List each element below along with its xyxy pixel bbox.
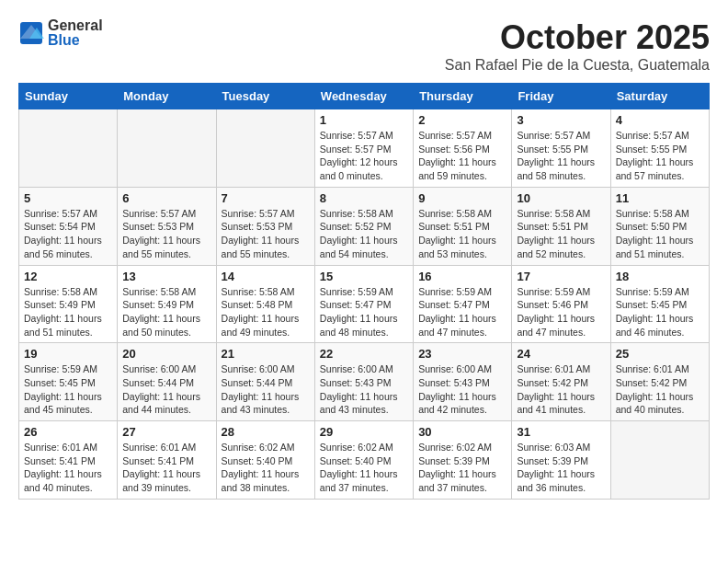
day-number: 5	[24, 191, 112, 205]
weekday-header-monday: Monday	[118, 84, 216, 109]
day-number: 31	[517, 425, 605, 439]
day-number: 12	[24, 270, 112, 283]
day-number: 29	[320, 425, 408, 439]
day-number: 19	[24, 347, 112, 361]
day-info: Sunrise: 6:01 AM Sunset: 5:41 PM Dayligh…	[24, 441, 112, 495]
calendar-cell: 27Sunrise: 6:01 AM Sunset: 5:41 PM Dayli…	[118, 421, 216, 500]
calendar-cell: 14Sunrise: 5:58 AM Sunset: 5:48 PM Dayli…	[216, 265, 314, 343]
day-number: 16	[418, 270, 506, 283]
day-number: 25	[616, 347, 704, 361]
calendar-cell: 4Sunrise: 5:57 AM Sunset: 5:55 PM Daylig…	[610, 109, 709, 188]
calendar-cell: 12Sunrise: 5:58 AM Sunset: 5:49 PM Dayli…	[19, 265, 118, 343]
calendar-cell: 19Sunrise: 5:59 AM Sunset: 5:45 PM Dayli…	[19, 343, 118, 421]
day-number: 22	[320, 347, 408, 361]
day-info: Sunrise: 6:02 AM Sunset: 5:40 PM Dayligh…	[222, 441, 310, 495]
calendar-cell: 5Sunrise: 5:57 AM Sunset: 5:54 PM Daylig…	[19, 187, 118, 265]
day-info: Sunrise: 5:59 AM Sunset: 5:45 PM Dayligh…	[24, 362, 112, 417]
day-number: 13	[122, 270, 210, 283]
day-number: 15	[320, 270, 408, 283]
day-info: Sunrise: 6:00 AM Sunset: 5:44 PM Dayligh…	[222, 362, 310, 417]
calendar-cell: 28Sunrise: 6:02 AM Sunset: 5:40 PM Dayli…	[216, 421, 314, 500]
day-info: Sunrise: 6:02 AM Sunset: 5:40 PM Dayligh…	[320, 441, 408, 495]
calendar-cell: 29Sunrise: 6:02 AM Sunset: 5:40 PM Dayli…	[314, 421, 413, 500]
day-number: 9	[418, 191, 506, 205]
calendar-cell: 16Sunrise: 5:59 AM Sunset: 5:47 PM Dayli…	[414, 265, 512, 343]
day-info: Sunrise: 6:01 AM Sunset: 5:42 PM Dayligh…	[616, 362, 704, 417]
location-title: San Rafael Pie de la Cuesta, Guatemala	[445, 57, 710, 74]
calendar-cell: 1Sunrise: 5:57 AM Sunset: 5:57 PM Daylig…	[314, 109, 413, 188]
day-info: Sunrise: 6:01 AM Sunset: 5:41 PM Dayligh…	[122, 441, 210, 495]
day-info: Sunrise: 5:57 AM Sunset: 5:55 PM Dayligh…	[616, 129, 704, 183]
day-info: Sunrise: 5:57 AM Sunset: 5:53 PM Dayligh…	[122, 207, 210, 261]
calendar-cell: 15Sunrise: 5:59 AM Sunset: 5:47 PM Dayli…	[314, 265, 413, 343]
calendar-cell: 24Sunrise: 6:01 AM Sunset: 5:42 PM Dayli…	[512, 343, 610, 421]
weekday-header-saturday: Saturday	[610, 84, 709, 109]
calendar-cell: 21Sunrise: 6:00 AM Sunset: 5:44 PM Dayli…	[216, 343, 314, 421]
day-number: 11	[616, 191, 704, 205]
day-number: 30	[418, 425, 506, 439]
day-number: 8	[320, 191, 408, 205]
calendar-cell: 13Sunrise: 5:58 AM Sunset: 5:49 PM Dayli…	[118, 265, 216, 343]
day-number: 21	[222, 347, 310, 361]
day-info: Sunrise: 5:58 AM Sunset: 5:48 PM Dayligh…	[222, 285, 310, 339]
day-info: Sunrise: 5:58 AM Sunset: 5:49 PM Dayligh…	[122, 285, 210, 339]
day-info: Sunrise: 5:59 AM Sunset: 5:46 PM Dayligh…	[517, 285, 605, 339]
calendar-cell: 31Sunrise: 6:03 AM Sunset: 5:39 PM Dayli…	[512, 421, 610, 500]
day-info: Sunrise: 5:57 AM Sunset: 5:57 PM Dayligh…	[320, 129, 408, 183]
day-number: 28	[222, 425, 310, 439]
calendar-cell	[19, 109, 118, 188]
calendar: SundayMondayTuesdayWednesdayThursdayFrid…	[18, 83, 710, 500]
day-number: 14	[222, 270, 310, 283]
day-number: 4	[616, 113, 704, 127]
day-info: Sunrise: 5:57 AM Sunset: 5:54 PM Dayligh…	[24, 207, 112, 261]
calendar-cell: 30Sunrise: 6:02 AM Sunset: 5:39 PM Dayli…	[414, 421, 512, 500]
day-info: Sunrise: 5:58 AM Sunset: 5:50 PM Dayligh…	[616, 207, 704, 261]
day-info: Sunrise: 6:00 AM Sunset: 5:43 PM Dayligh…	[320, 362, 408, 417]
day-number: 20	[122, 347, 210, 361]
calendar-cell: 25Sunrise: 6:01 AM Sunset: 5:42 PM Dayli…	[610, 343, 709, 421]
calendar-cell	[610, 421, 709, 500]
calendar-cell	[216, 109, 314, 188]
logo-blue-text: Blue	[48, 33, 103, 48]
day-info: Sunrise: 5:58 AM Sunset: 5:51 PM Dayligh…	[418, 207, 506, 261]
day-info: Sunrise: 5:57 AM Sunset: 5:56 PM Dayligh…	[418, 129, 506, 183]
day-info: Sunrise: 6:03 AM Sunset: 5:39 PM Dayligh…	[517, 441, 605, 495]
calendar-cell: 3Sunrise: 5:57 AM Sunset: 5:55 PM Daylig…	[512, 109, 610, 188]
day-info: Sunrise: 5:57 AM Sunset: 5:53 PM Dayligh…	[222, 207, 310, 261]
day-number: 24	[517, 347, 605, 361]
calendar-cell	[118, 109, 216, 188]
weekday-header-wednesday: Wednesday	[314, 84, 413, 109]
day-number: 26	[24, 425, 112, 439]
day-number: 7	[222, 191, 310, 205]
day-info: Sunrise: 6:00 AM Sunset: 5:43 PM Dayligh…	[418, 362, 506, 417]
day-info: Sunrise: 6:02 AM Sunset: 5:39 PM Dayligh…	[418, 441, 506, 495]
calendar-cell: 8Sunrise: 5:58 AM Sunset: 5:52 PM Daylig…	[314, 187, 413, 265]
day-number: 3	[517, 113, 605, 127]
day-info: Sunrise: 5:59 AM Sunset: 5:45 PM Dayligh…	[616, 285, 704, 339]
weekday-header-friday: Friday	[512, 84, 610, 109]
weekday-header-tuesday: Tuesday	[216, 84, 314, 109]
day-info: Sunrise: 5:59 AM Sunset: 5:47 PM Dayligh…	[418, 285, 506, 339]
day-info: Sunrise: 5:59 AM Sunset: 5:47 PM Dayligh…	[320, 285, 408, 339]
weekday-header-thursday: Thursday	[414, 84, 512, 109]
calendar-cell: 17Sunrise: 5:59 AM Sunset: 5:46 PM Dayli…	[512, 265, 610, 343]
calendar-cell: 10Sunrise: 5:58 AM Sunset: 5:51 PM Dayli…	[512, 187, 610, 265]
month-title: October 2025	[445, 18, 710, 57]
calendar-cell: 6Sunrise: 5:57 AM Sunset: 5:53 PM Daylig…	[118, 187, 216, 265]
day-number: 1	[320, 113, 408, 127]
day-info: Sunrise: 5:57 AM Sunset: 5:55 PM Dayligh…	[517, 129, 605, 183]
day-info: Sunrise: 5:58 AM Sunset: 5:49 PM Dayligh…	[24, 285, 112, 339]
day-info: Sunrise: 5:58 AM Sunset: 5:51 PM Dayligh…	[517, 207, 605, 261]
calendar-cell: 20Sunrise: 6:00 AM Sunset: 5:44 PM Dayli…	[118, 343, 216, 421]
day-number: 18	[616, 270, 704, 283]
calendar-cell: 22Sunrise: 6:00 AM Sunset: 5:43 PM Dayli…	[314, 343, 413, 421]
day-number: 17	[517, 270, 605, 283]
day-info: Sunrise: 6:00 AM Sunset: 5:44 PM Dayligh…	[122, 362, 210, 417]
day-info: Sunrise: 5:58 AM Sunset: 5:52 PM Dayligh…	[320, 207, 408, 261]
calendar-cell: 18Sunrise: 5:59 AM Sunset: 5:45 PM Dayli…	[610, 265, 709, 343]
day-number: 2	[418, 113, 506, 127]
day-number: 27	[122, 425, 210, 439]
day-number: 6	[122, 191, 210, 205]
calendar-cell: 2Sunrise: 5:57 AM Sunset: 5:56 PM Daylig…	[414, 109, 512, 188]
logo-general-text: General	[48, 18, 103, 33]
